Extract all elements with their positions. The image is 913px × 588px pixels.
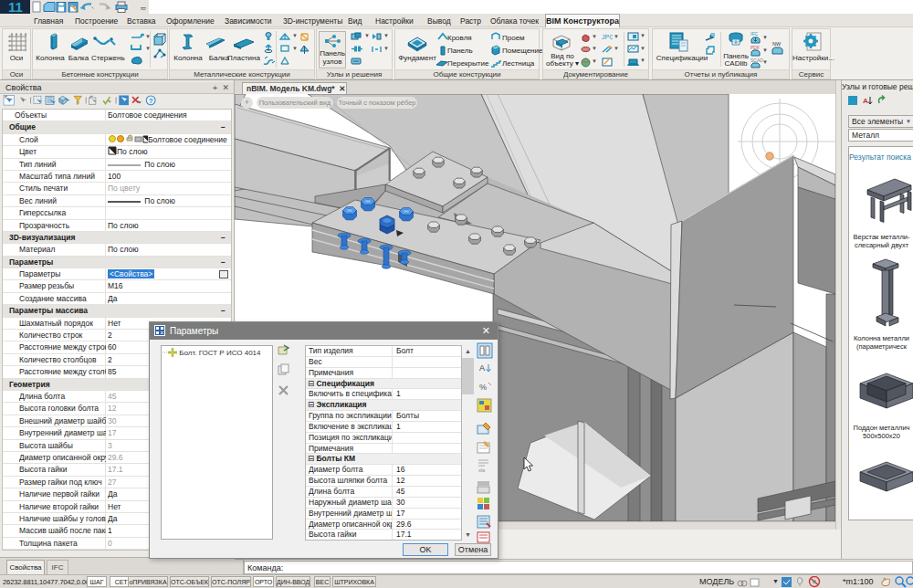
svg-text:xls: xls — [478, 467, 485, 473]
svg-text:≂: ≂ — [140, 4, 147, 13]
svg-text:JPG: JPG — [602, 34, 613, 40]
svg-text:11: 11 — [8, 0, 23, 14]
svg-text:%: % — [479, 383, 487, 392]
svg-text:А: А — [863, 97, 868, 105]
svg-text:А: А — [479, 363, 485, 373]
svg-text:?: ? — [149, 97, 153, 105]
